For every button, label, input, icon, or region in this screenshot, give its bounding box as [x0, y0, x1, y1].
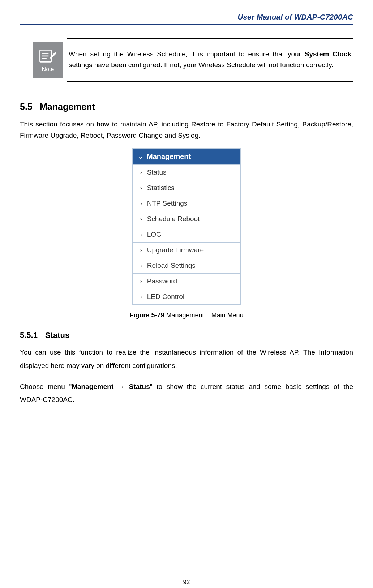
menu-item-label: Password [147, 277, 177, 285]
note-block: Note When setting the Wireless Schedule,… [33, 38, 353, 82]
menu-item-label: Statistics [147, 184, 175, 192]
section-5-5-1-para2: Choose menu "Management → Status" to sho… [20, 380, 353, 406]
menu-item-statistics[interactable]: › Statistics [133, 180, 240, 196]
menu-item-label: Upgrade Firmware [147, 246, 204, 254]
figure-label-bold: Figure 5-79 [129, 312, 164, 319]
section-5-5-intro: This section focuses on how to maintain … [20, 119, 353, 141]
menu-item-status[interactable]: › Status [133, 164, 240, 180]
figure-5-79: ⌄ Management › Status › Statistics › NTP… [20, 148, 353, 319]
chevron-right-icon: › [140, 294, 142, 300]
chevron-right-icon: › [140, 201, 142, 206]
section-5-5-1-para1: You can use this function to realize the… [20, 346, 353, 372]
menu-item-reload-settings[interactable]: › Reload Settings [133, 258, 240, 273]
chevron-right-icon: › [140, 263, 142, 269]
subsection-title: Status [45, 331, 69, 340]
section-5-5-heading: 5.5Management [20, 102, 353, 112]
menu-item-label: Reload Settings [147, 262, 196, 270]
arrow-icon: → [118, 383, 125, 390]
management-menu: ⌄ Management › Status › Statistics › NTP… [132, 148, 241, 305]
menu-header-management[interactable]: ⌄ Management [133, 149, 240, 164]
section-5-5-1-heading: 5.5.1Status [20, 331, 353, 340]
chevron-right-icon: › [140, 216, 142, 222]
menu-item-schedule-reboot[interactable]: › Schedule Reboot [133, 211, 240, 227]
para2-pre: Choose menu " [20, 383, 72, 390]
para2-bold2: Status [125, 383, 150, 390]
section-number: 5.5 [20, 102, 40, 112]
chevron-right-icon: › [140, 169, 142, 175]
figure-label-rest: Management – Main Menu [164, 312, 243, 319]
menu-item-ntp-settings[interactable]: › NTP Settings [133, 196, 240, 211]
menu-item-log[interactable]: › LOG [133, 227, 240, 242]
page-number: 92 [0, 579, 373, 586]
menu-item-label: NTP Settings [147, 199, 188, 207]
menu-item-label: Schedule Reboot [147, 215, 200, 223]
note-icon: Note [33, 42, 63, 78]
menu-item-label: LED Control [147, 293, 185, 301]
chevron-right-icon: › [140, 278, 142, 284]
note-text-part2: settings have been configured. If not, y… [69, 61, 334, 69]
note-text: When setting the Wireless Schedule, it i… [67, 38, 353, 82]
header-divider [20, 24, 353, 25]
section-title: Management [40, 102, 95, 112]
note-icon-column: Note [33, 38, 67, 82]
note-text-bold: System Clock [305, 50, 351, 58]
menu-item-label: Status [147, 168, 167, 176]
chevron-right-icon: › [140, 247, 142, 253]
menu-item-led-control[interactable]: › LED Control [133, 289, 240, 304]
notepad-pencil-icon [38, 47, 58, 65]
chevron-right-icon: › [140, 232, 142, 237]
header-title: User Manual of WDAP-C7200AC [20, 13, 353, 24]
menu-item-upgrade-firmware[interactable]: › Upgrade Firmware [133, 242, 240, 258]
menu-header-label: Management [147, 153, 191, 161]
chevron-down-icon: ⌄ [138, 153, 143, 160]
para2-bold1: Management [72, 383, 118, 390]
figure-caption: Figure 5-79 Management – Main Menu [129, 312, 243, 319]
chevron-right-icon: › [140, 185, 142, 191]
subsection-number: 5.5.1 [20, 331, 45, 340]
menu-item-label: LOG [147, 231, 162, 239]
note-icon-label: Note [42, 66, 54, 73]
menu-item-password[interactable]: › Password [133, 273, 240, 289]
note-text-part1: When setting the Wireless Schedule, it i… [69, 50, 305, 58]
